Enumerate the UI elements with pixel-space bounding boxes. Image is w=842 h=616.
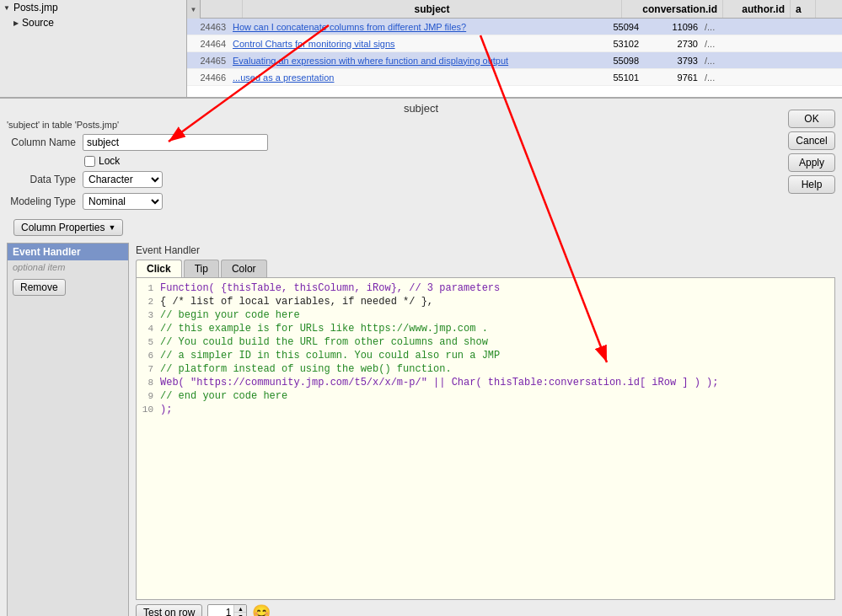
sidebar-panel: ▼ Posts.jmp ▶ Source xyxy=(0,0,187,101)
header-subject: subject xyxy=(243,0,622,18)
ok-button[interactable]: OK xyxy=(788,110,835,128)
modeling-type-label: Modeling Type xyxy=(7,196,83,207)
emoji-icon[interactable]: 😊 xyxy=(252,603,271,616)
cell-conv-id: 53102 xyxy=(550,39,642,49)
bottom-bar: Test on row ▲ ▼ 😊 xyxy=(136,600,835,616)
cell-extra: /... xyxy=(701,72,735,83)
left-panel-header[interactable]: Event Handler xyxy=(8,244,128,260)
sidebar-item-posts[interactable]: ▼ Posts.jmp xyxy=(0,0,186,15)
cell-conv-id: 55101 xyxy=(550,72,642,83)
modeling-type-select[interactable]: Nominal xyxy=(83,193,163,210)
side-buttons: OK Cancel Apply Help xyxy=(788,110,835,194)
data-type-label: Data Type xyxy=(7,174,83,185)
spinner-down-button[interactable]: ▼ xyxy=(234,613,246,616)
code-line-10: 10 ); xyxy=(137,403,834,416)
sidebar-posts-label: Posts.jmp xyxy=(13,2,58,13)
column-properties-button[interactable]: Column Properties ▼ xyxy=(13,219,123,236)
code-line-6: 6 // a simpler ID in this column. You co… xyxy=(137,349,834,362)
cell-conv-id: 55098 xyxy=(550,56,642,66)
event-handler-label: Event Handler xyxy=(136,243,835,260)
spinner-up-button[interactable]: ▲ xyxy=(234,605,246,613)
lock-label: Lock xyxy=(99,155,120,167)
cell-subject[interactable]: ...used as a presentation xyxy=(229,72,550,83)
table-row[interactable]: 24465 Evaluating an expression with wher… xyxy=(187,52,842,69)
top-section: ▼ Posts.jmp ▶ Source ▼ subject conversat… xyxy=(0,0,842,101)
tab-click[interactable]: Click xyxy=(136,260,182,277)
column-dialog: subject 'subject' in table 'Posts.jmp' C… xyxy=(0,97,842,616)
code-line-4: 4 // this example is for URLs like https… xyxy=(137,322,834,335)
scroll-down-arrow[interactable]: ▼ xyxy=(190,6,197,13)
cell-conv-id: 55094 xyxy=(550,22,642,32)
cancel-button[interactable]: Cancel xyxy=(788,131,835,150)
collapse-icon: ▼ xyxy=(3,4,10,12)
left-panel-sub: optional item xyxy=(8,260,128,274)
cell-author-id: 9761 xyxy=(642,72,701,83)
remove-button[interactable]: Remove xyxy=(13,279,66,296)
tabs-bar: Click Tip Color xyxy=(136,260,835,278)
cell-subject[interactable]: Control Charts for monitoring vital sign… xyxy=(229,39,550,49)
column-name-row: Column Name xyxy=(0,131,842,153)
code-editor: 1 Function( {thisTable, thisColumn, iRow… xyxy=(136,278,835,600)
cell-author-id: 3793 xyxy=(642,56,701,66)
code-line-7: 7 // platform instead of using the web()… xyxy=(137,362,834,376)
left-panel: Event Handler optional item Remove xyxy=(7,243,129,616)
column-name-input[interactable] xyxy=(83,134,268,151)
data-type-row: Data Type Character xyxy=(0,169,842,190)
header-conversation-id: conversation.id xyxy=(622,0,723,18)
code-line-2: 2 { /* list of local variables, if neede… xyxy=(137,295,834,308)
table-row[interactable]: 24464 Control Charts for monitoring vita… xyxy=(187,35,842,52)
caret-icon: ▼ xyxy=(108,223,115,232)
code-line-8: 8 Web( "https://community.jmp.com/t5/x/x… xyxy=(137,376,834,389)
code-line-1: 1 Function( {thisTable, thisColumn, iRow… xyxy=(137,281,834,295)
cell-id: 24463 xyxy=(187,22,229,32)
help-button[interactable]: Help xyxy=(788,175,835,194)
meta-text: 'subject' in table 'Posts.jmp' xyxy=(0,118,842,131)
cell-subject[interactable]: How can I concatenate columns from diffe… xyxy=(229,22,550,32)
table-area: ▼ subject conversation.id author.id a 24… xyxy=(187,0,842,101)
cell-id: 24466 xyxy=(187,72,229,83)
table-header-row: subject conversation.id author.id a xyxy=(187,0,842,19)
row-number-input[interactable] xyxy=(208,606,233,616)
cell-subject[interactable]: Evaluating an expression with where func… xyxy=(229,56,550,66)
test-on-row-button[interactable]: Test on row xyxy=(136,604,202,616)
code-line-9: 9 // end your code here xyxy=(137,389,834,403)
cell-extra: /... xyxy=(701,22,735,32)
tab-tip[interactable]: Tip xyxy=(184,260,219,277)
row-spinner[interactable]: ▲ ▼ xyxy=(207,604,247,616)
sidebar-item-source[interactable]: ▶ Source xyxy=(0,15,186,30)
header-id xyxy=(201,0,243,18)
column-properties-section: Column Properties ▼ xyxy=(0,212,842,243)
column-name-label: Column Name xyxy=(7,137,83,148)
cell-id: 24464 xyxy=(187,39,229,49)
table-scroll-corner: ▼ xyxy=(187,0,201,19)
header-author-id: author.id xyxy=(723,0,791,18)
header-extra: a xyxy=(791,0,816,18)
table-row[interactable]: 24463 How can I concatenate columns from… xyxy=(187,19,842,35)
table-row[interactable]: 24466 ...used as a presentation 55101 97… xyxy=(187,69,842,86)
cell-author-id: 2730 xyxy=(642,39,701,49)
expand-icon: ▶ xyxy=(13,19,19,27)
cell-extra: /... xyxy=(701,56,735,66)
modeling-type-row: Modeling Type Nominal xyxy=(0,190,842,212)
code-line-5: 5 // You could build the URL from other … xyxy=(137,335,834,349)
apply-button[interactable]: Apply xyxy=(788,153,835,172)
cell-id: 24465 xyxy=(187,56,229,66)
sidebar-source-label: Source xyxy=(22,17,54,29)
lock-checkbox[interactable] xyxy=(84,156,95,167)
data-type-select[interactable]: Character xyxy=(83,171,163,188)
cell-author-id: 11096 xyxy=(642,22,701,32)
right-panel: Event Handler Click Tip Color 1 Function… xyxy=(136,243,835,616)
spinner-arrows: ▲ ▼ xyxy=(233,605,246,616)
dialog-title: subject xyxy=(0,99,842,118)
code-line-3: 3 // begin your code here xyxy=(137,308,834,322)
tab-color[interactable]: Color xyxy=(221,260,267,277)
lock-row: Lock xyxy=(0,153,842,169)
content-area: Event Handler optional item Remove Event… xyxy=(7,243,835,616)
cell-extra: /... xyxy=(701,39,735,49)
